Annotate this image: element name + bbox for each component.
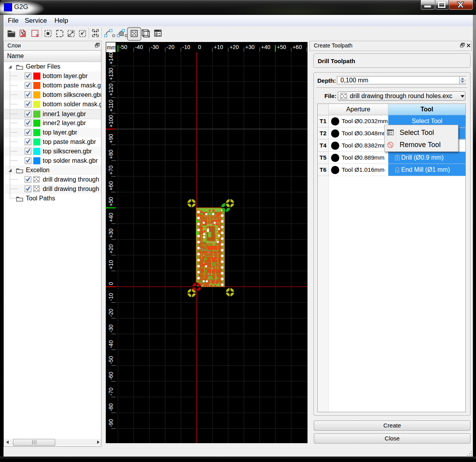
- svg-text:+100: +100: [108, 115, 114, 127]
- svg-text:+30: +30: [245, 44, 255, 50]
- svg-text:-30: -30: [151, 44, 159, 50]
- svg-text:0: 0: [108, 282, 114, 285]
- svg-text:+130: +130: [108, 68, 114, 80]
- svg-text:+40: +40: [261, 44, 270, 50]
- svg-text:mm: mm: [107, 44, 116, 51]
- svg-text:+140: +140: [108, 52, 114, 64]
- svg-text:-40: -40: [135, 44, 143, 50]
- svg-text:-50: -50: [119, 44, 127, 50]
- svg-text:+120: +120: [108, 84, 114, 96]
- svg-text:+50: +50: [108, 197, 114, 206]
- svg-text:+50: +50: [277, 44, 286, 50]
- svg-text:+70: +70: [108, 166, 114, 175]
- svg-text:+60: +60: [108, 181, 114, 191]
- svg-text:-70: -70: [108, 387, 114, 395]
- svg-text:+90: +90: [108, 134, 114, 143]
- svg-text:+80: +80: [108, 149, 114, 159]
- svg-text:+30: +30: [108, 228, 114, 238]
- svg-text:-90: -90: [108, 419, 114, 427]
- svg-text:+10: +10: [214, 44, 223, 50]
- svg-text:-20: -20: [167, 44, 174, 50]
- svg-text:-30: -30: [108, 324, 114, 332]
- svg-text:0: 0: [198, 44, 201, 50]
- svg-text:-80: -80: [108, 403, 114, 411]
- svg-text:+40: +40: [108, 213, 114, 222]
- svg-text:-10: -10: [182, 44, 190, 50]
- svg-text:+20: +20: [108, 244, 114, 254]
- svg-text:-50: -50: [108, 356, 114, 364]
- svg-text:+110: +110: [108, 100, 114, 112]
- svg-text:-10: -10: [108, 293, 114, 301]
- svg-text:-40: -40: [108, 340, 114, 348]
- svg-text:-60: -60: [108, 372, 114, 380]
- svg-text:+20: +20: [230, 44, 239, 50]
- svg-text:-20: -20: [108, 309, 114, 316]
- svg-text:+60: +60: [293, 44, 302, 50]
- svg-text:+10: +10: [108, 260, 114, 269]
